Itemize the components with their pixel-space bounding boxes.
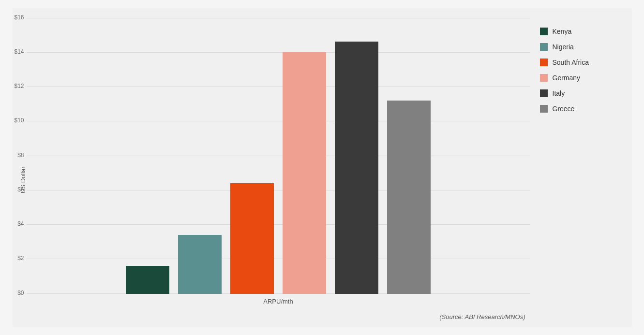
legend-label: Nigeria	[553, 43, 574, 51]
legend-item-nigeria: Nigeria	[540, 43, 617, 51]
grid-and-bars: $16$14$12$10$8$6$4$2$0 ARPU/mth	[27, 18, 530, 313]
bar-wrapper	[387, 18, 431, 294]
legend-label: Greece	[553, 105, 575, 113]
legend-color-swatch	[540, 74, 548, 82]
legend-item-south-africa: South Africa	[540, 58, 617, 66]
y-tick-label: $14	[5, 48, 24, 55]
legend-label: Italy	[553, 89, 565, 97]
bar-kenya	[126, 266, 169, 293]
y-tick-label: $8	[5, 152, 24, 159]
bars-area	[27, 18, 530, 294]
legend-item-germany: Germany	[540, 74, 617, 82]
legend-item-italy: Italy	[540, 89, 617, 97]
legend-color-swatch	[540, 28, 548, 35]
bar-wrapper	[283, 18, 326, 294]
x-axis-label: ARPU/mth	[263, 294, 293, 305]
legend-item-kenya: Kenya	[540, 28, 617, 35]
bar-south-africa	[230, 183, 274, 293]
bar-greece	[387, 101, 431, 294]
bar-wrapper	[335, 18, 378, 294]
chart-inner: $16$14$12$10$8$6$4$2$0 ARPU/mth (Source:…	[27, 18, 530, 322]
y-tick-label: $0	[5, 290, 24, 296]
y-tick-label: $10	[5, 117, 24, 124]
source-text: (Source: ABI Research/MNOs)	[27, 313, 530, 322]
y-axis-label: US Dollar	[17, 18, 27, 322]
y-tick-label: $12	[5, 83, 24, 89]
bar-nigeria	[178, 235, 222, 293]
bar-wrapper	[230, 18, 274, 294]
x-axis-area: ARPU/mth	[27, 294, 530, 313]
bar-wrapper	[126, 18, 169, 294]
y-tick-label: $6	[5, 186, 24, 193]
legend-color-swatch	[540, 43, 548, 51]
bar-germany	[283, 52, 326, 294]
legend: KenyaNigeriaSouth AfricaGermanyItalyGree…	[530, 18, 627, 322]
legend-label: South Africa	[553, 58, 589, 66]
y-tick-label: $4	[5, 220, 24, 227]
legend-label: Germany	[553, 74, 581, 82]
chart-container: US Dollar $16$14$12$10$8$6$4$2$0 ARPU/mt…	[13, 8, 632, 327]
legend-label: Kenya	[553, 28, 572, 35]
bar-italy	[335, 42, 378, 293]
legend-color-swatch	[540, 58, 548, 66]
legend-item-greece: Greece	[540, 105, 617, 113]
chart-area: US Dollar $16$14$12$10$8$6$4$2$0 ARPU/mt…	[17, 18, 530, 322]
bar-wrapper	[178, 18, 222, 294]
y-tick-label: $16	[5, 14, 24, 21]
legend-color-swatch	[540, 89, 548, 97]
y-tick-label: $2	[5, 255, 24, 262]
legend-color-swatch	[540, 105, 548, 113]
